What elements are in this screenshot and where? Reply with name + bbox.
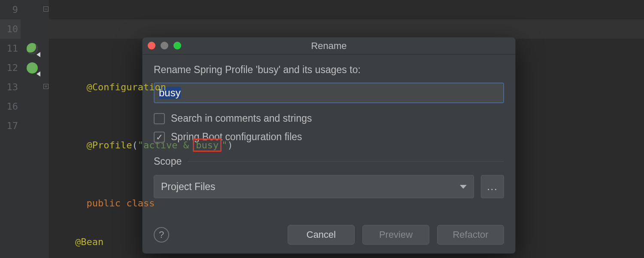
fold-toggle-icon[interactable]: + bbox=[43, 84, 49, 89]
spring-bean-icon[interactable] bbox=[21, 58, 43, 77]
close-icon[interactable] bbox=[148, 42, 155, 49]
line-number: 12 bbox=[0, 58, 21, 77]
keyword: public class bbox=[86, 198, 155, 209]
rename-input[interactable] bbox=[154, 83, 504, 103]
string-quote: " bbox=[222, 140, 227, 150]
string-literal: active & bbox=[143, 140, 194, 150]
rename-target-highlight: busy bbox=[193, 138, 222, 152]
fold-toggle-icon[interactable]: − bbox=[43, 6, 49, 12]
icon-gutter bbox=[21, 0, 43, 258]
spring-bean-icon[interactable] bbox=[21, 39, 43, 58]
line-number-gutter: 9 10 11 12 13 16 17 bbox=[0, 0, 21, 258]
line-number: 17 bbox=[0, 116, 21, 135]
annotation: @Bean bbox=[75, 236, 103, 247]
window-controls bbox=[148, 42, 181, 49]
dialog-title: Rename bbox=[143, 40, 515, 52]
annotation: @Profile bbox=[86, 140, 132, 150]
fold-gutter: − + bbox=[43, 0, 49, 258]
line-number: 13 bbox=[0, 77, 21, 97]
caret-line-highlight bbox=[49, 19, 644, 39]
line-number: 11 bbox=[0, 39, 21, 58]
line-number: 9 bbox=[0, 0, 21, 19]
divider bbox=[188, 161, 504, 162]
minimize-icon[interactable] bbox=[161, 42, 168, 49]
annotation: @Configuration bbox=[86, 82, 166, 92]
line-number: 10 bbox=[0, 19, 21, 39]
paren: ( bbox=[132, 140, 137, 150]
scope-label: Scope bbox=[154, 156, 182, 167]
paren: ) bbox=[227, 140, 233, 150]
zoom-icon[interactable] bbox=[173, 42, 181, 49]
dialog-titlebar[interactable]: Rename bbox=[143, 37, 515, 55]
line-number: 16 bbox=[0, 97, 21, 116]
string-quote: " bbox=[138, 140, 143, 150]
